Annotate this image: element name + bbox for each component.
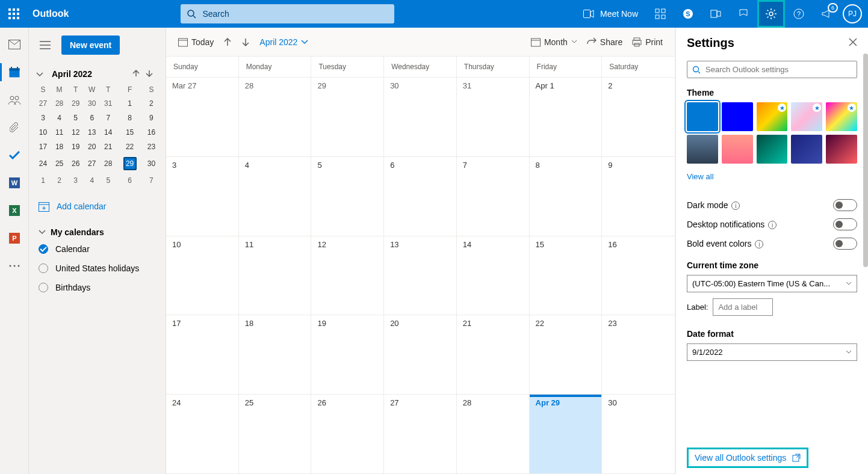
- rail-more[interactable]: [7, 259, 22, 273]
- calendar-cell[interactable]: 3: [166, 157, 239, 236]
- timezone-select[interactable]: (UTC-05:00) Eastern Time (US & Can...: [687, 275, 857, 292]
- calendar-cell[interactable]: 26: [311, 395, 384, 474]
- mini-cal-day[interactable]: 5: [100, 173, 116, 188]
- calendar-cell[interactable]: 31: [457, 78, 530, 157]
- bold-colors-toggle[interactable]: [833, 238, 857, 250]
- rail-excel[interactable]: X: [7, 203, 22, 218]
- calendar-cell[interactable]: 27: [384, 395, 457, 474]
- mini-cal-day[interactable]: 21: [100, 140, 116, 154]
- mini-cal-day[interactable]: 24: [35, 154, 51, 173]
- calendar-cell[interactable]: 17: [166, 315, 239, 395]
- new-event-button[interactable]: New event: [61, 35, 120, 55]
- mini-cal-day[interactable]: 2: [143, 96, 160, 111]
- date-format-select[interactable]: 9/1/2022: [687, 343, 857, 361]
- today-button[interactable]: Today: [173, 34, 219, 51]
- teams-button[interactable]: [702, 0, 730, 28]
- calendar-cell[interactable]: 12: [311, 236, 384, 316]
- dark-mode-toggle[interactable]: [833, 199, 857, 211]
- search-input[interactable]: [202, 9, 371, 19]
- mini-cal-day[interactable]: 23: [143, 140, 160, 154]
- hamburger-button[interactable]: [35, 35, 55, 55]
- mini-cal-day[interactable]: 27: [35, 96, 51, 111]
- help-button[interactable]: ?: [785, 0, 813, 28]
- settings-search-box[interactable]: [687, 61, 857, 78]
- calendar-cell[interactable]: 8: [530, 157, 603, 236]
- rail-people[interactable]: [7, 93, 22, 107]
- theme-swatch[interactable]: [757, 135, 788, 164]
- mini-cal-day[interactable]: 30: [143, 154, 160, 173]
- calendar-checkbox[interactable]: [39, 244, 48, 254]
- theme-swatch[interactable]: [791, 135, 822, 164]
- mini-cal-day[interactable]: 7: [143, 173, 160, 188]
- mini-cal-day[interactable]: 11: [51, 125, 67, 140]
- rail-powerpoint[interactable]: P: [7, 231, 22, 245]
- notifications-button[interactable]: 6: [813, 0, 840, 28]
- calendar-cell[interactable]: 21: [457, 315, 530, 395]
- view-dropdown[interactable]: Month: [526, 34, 582, 51]
- calendar-item[interactable]: Birthdays: [35, 278, 160, 297]
- calendar-cell[interactable]: 15: [530, 236, 603, 316]
- mini-cal-day[interactable]: 3: [35, 111, 51, 125]
- theme-swatch[interactable]: [687, 135, 718, 164]
- rail-files[interactable]: [7, 120, 22, 135]
- theme-swatch[interactable]: [722, 135, 753, 164]
- settings-button[interactable]: [757, 0, 785, 28]
- calendar-cell[interactable]: 18: [239, 315, 312, 395]
- mini-cal-day[interactable]: 13: [84, 125, 100, 140]
- mini-cal-day[interactable]: 29: [116, 154, 143, 173]
- calendar-item[interactable]: United States holidays: [35, 259, 160, 278]
- calendar-cell[interactable]: 13: [384, 236, 457, 316]
- mini-cal-day[interactable]: 8: [116, 111, 143, 125]
- calendar-cell[interactable]: 9: [602, 157, 675, 236]
- close-settings-button[interactable]: [849, 38, 857, 49]
- calendar-cell[interactable]: 6: [384, 157, 457, 236]
- calendar-cell[interactable]: Mar 27: [166, 78, 239, 157]
- mini-cal-day[interactable]: 6: [84, 111, 100, 125]
- scrollbar[interactable]: [863, 54, 868, 442]
- next-month-button[interactable]: [143, 69, 156, 79]
- mini-cal-day[interactable]: 12: [67, 125, 84, 140]
- calendar-item[interactable]: Calendar: [35, 239, 160, 259]
- theme-swatch[interactable]: [826, 135, 857, 164]
- mini-cal-day[interactable]: 2: [51, 173, 67, 188]
- info-icon[interactable]: i: [755, 240, 763, 248]
- search-box[interactable]: [181, 4, 394, 23]
- calendar-cell[interactable]: 28: [239, 78, 312, 157]
- calendar-cell[interactable]: 11: [239, 236, 312, 316]
- mini-cal-day[interactable]: 31: [100, 96, 116, 111]
- calendar-cell[interactable]: 5: [311, 157, 384, 236]
- calendar-cell[interactable]: 2: [602, 78, 675, 157]
- rail-mail[interactable]: [7, 37, 22, 52]
- mini-cal-day[interactable]: 15: [116, 125, 143, 140]
- mini-cal-day[interactable]: 9: [143, 111, 160, 125]
- calendar-cell[interactable]: 28: [457, 395, 530, 474]
- tips-button[interactable]: [730, 0, 757, 28]
- mini-cal-day[interactable]: 7: [100, 111, 116, 125]
- calendar-cell[interactable]: 7: [457, 157, 530, 236]
- mini-cal-day[interactable]: 6: [116, 173, 143, 188]
- mini-cal-day[interactable]: 5: [67, 111, 84, 125]
- mini-cal-day[interactable]: 30: [84, 96, 100, 111]
- view-all-outlook-settings-link[interactable]: View all Outlook settings: [687, 448, 808, 468]
- mini-cal-day[interactable]: 4: [51, 111, 67, 125]
- calendar-cell[interactable]: 10: [166, 236, 239, 316]
- my-calendars-toggle[interactable]: My calendars: [35, 225, 160, 239]
- calendar-cell[interactable]: 30: [602, 395, 675, 474]
- mini-cal-day[interactable]: 19: [67, 140, 84, 154]
- rail-word[interactable]: W: [7, 176, 22, 190]
- theme-swatch[interactable]: [722, 102, 753, 131]
- prev-month-button[interactable]: [129, 69, 143, 79]
- month-picker-toggle[interactable]: [36, 69, 48, 79]
- calendar-cell[interactable]: 25: [239, 395, 312, 474]
- my-day-button[interactable]: [646, 0, 674, 28]
- theme-swatch[interactable]: ★: [791, 102, 822, 131]
- calendar-cell[interactable]: Apr 29: [530, 395, 603, 474]
- calendar-checkbox[interactable]: [39, 283, 48, 292]
- mini-cal-day[interactable]: 27: [84, 154, 100, 173]
- theme-swatch[interactable]: ★: [757, 102, 788, 131]
- mini-cal-day[interactable]: 1: [35, 173, 51, 188]
- skype-button[interactable]: S: [674, 0, 702, 28]
- mini-cal-day[interactable]: 18: [51, 140, 67, 154]
- calendar-checkbox[interactable]: [39, 263, 48, 273]
- tz-label-input[interactable]: [713, 298, 773, 316]
